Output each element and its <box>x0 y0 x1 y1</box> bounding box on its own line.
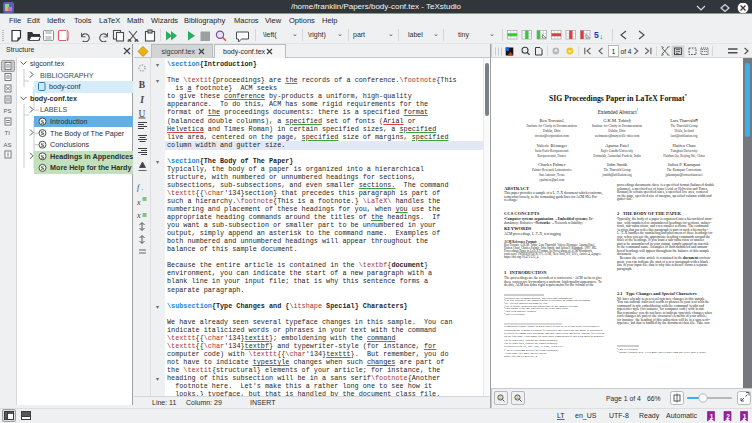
svg-text:2 THE BODY OF THE PAPER: 2 THE BODY OF THE PAPER <box>617 211 682 216</box>
svg-text:John Smith: John Smith <box>607 162 628 167</box>
svg-text:cpalmers@prl.com: cpalmers@prl.com <box>539 178 565 182</box>
svg-text:paragraph.: paragraph. <box>617 267 632 271</box>
svg-text:PS: PS <box>4 108 12 114</box>
svg-text:do this, ACM has some rigid re: do this, ACM has some rigid requirements… <box>504 283 594 288</box>
svg-text:https://doi.org/10.475/123_4: https://doi.org/10.475/123_4 <box>504 354 538 358</box>
svg-text:Doimukh, Arunachal Pradesh, In: Doimukh, Arunachal Pradesh, India <box>593 154 641 159</box>
svg-text:A: A <box>516 396 519 401</box>
svg-text:The Thørväld Group: The Thørväld Group <box>670 124 698 128</box>
svg-text:Haidian Qu, Beijing Shi, China: Haidian Qu, Beijing Shi, China <box>663 154 705 159</box>
svg-text:webmaster@marysville-ohio.com: webmaster@marysville-ohio.com <box>595 134 640 138</box>
svg-text:1 INTRODUCTION: 1 INTRODUCTION <box>504 270 547 275</box>
svg-text:Julius P. Kumquat: Julius P. Kumquat <box>668 162 701 167</box>
svg-text:ACM proceedings, LATEX, text t: ACM proceedings, LATEX, text tagging <box>504 232 561 237</box>
svg-text:ABSTRACT: ABSTRACT <box>504 186 529 191</box>
svg-text:Charles Palmer: Charles Palmer <box>538 162 566 167</box>
svg-text:⁷This is a footnote: ⁷This is a footnote <box>504 312 526 316</box>
svg-text:Ready: Ready <box>639 412 660 420</box>
svg-text:I: I <box>139 95 144 105</box>
svg-text:Automatic: Automatic <box>666 412 698 419</box>
svg-text:5: 5 <box>594 30 599 40</box>
svg-text:66%: 66% <box>647 395 661 402</box>
svg-text:1: 1 <box>612 48 616 55</box>
svg-text:G.K.M. Tobin§: G.K.M. Tobin§ <box>603 118 631 123</box>
svg-text:trovato@corporation.com: trovato@corporation.com <box>535 134 570 138</box>
svg-text:For all other uses, contact th: For all other uses, contact the owner/au… <box>504 341 558 345</box>
svg-text:Rocquencourt, France: Rocquencourt, France <box>537 154 567 159</box>
svg-text:Palmer Research Laboratories: Palmer Research Laboratories <box>532 168 572 172</box>
svg-text:f: f <box>137 183 141 192</box>
svg-text:https://doi.org/10.475/123_4: https://doi.org/10.475/123_4 <box>504 255 539 259</box>
svg-text:dundancy; Robotics; •Networks: dundancy; Robotics; •Networks →Network r… <box>504 221 583 225</box>
svg-text:UTF-8: UTF-8 <box>609 412 629 419</box>
svg-text:Page 1 of 4: Page 1 of 4 <box>606 395 641 403</box>
svg-text:↓: ↓ <box>600 33 604 40</box>
svg-text:Lars Thørväld¶: Lars Thørväld¶ <box>670 118 698 123</box>
svg-text:The Thørväld Group: The Thørväld Group <box>603 168 631 172</box>
svg-text:Inria-Paris-Rocquencourt: Inria-Paris-Rocquencourt <box>535 149 569 153</box>
svg-text:CCS CONCEPTS: CCS CONCEPTS <box>504 211 540 216</box>
svg-text:1: 1 <box>743 413 747 420</box>
svg-text:TI: TI <box>5 130 11 136</box>
svg-text:larst@affiliation.org: larst@affiliation.org <box>671 134 698 138</box>
svg-text:gutter size.: gutter size. <box>617 197 633 201</box>
svg-text:The Kumquat Consortium: The Kumquat Consortium <box>667 168 702 172</box>
svg-text:Valerie Béranger: Valerie Béranger <box>537 143 568 148</box>
svg-text:A: A <box>499 396 502 401</box>
svg-text:B: B <box>139 80 146 90</box>
svg-text:U: U <box>139 109 146 119</box>
svg-text:jpkumquat@consortium.net: jpkumquat@consortium.net <box>665 173 703 177</box>
svg-text:Ben Trovato‡: Ben Trovato‡ <box>539 118 564 123</box>
svg-text:LT: LT <box>557 412 565 419</box>
svg-text:.: . <box>142 185 144 191</box>
svg-text:Institute for Clarity in Docum: Institute for Clarity in Documentation <box>527 124 577 128</box>
svg-text:of 4: of 4 <box>621 48 632 55</box>
svg-text:x: x <box>136 198 141 207</box>
svg-text:en_US: en_US <box>575 412 597 420</box>
svg-text:1: 1 <box>710 413 714 420</box>
svg-text:2.1 Type Changes and Special: 2.1 Type Changes and Special Characters <box>617 291 697 296</box>
svg-text:Tsinghua University: Tsinghua University <box>671 149 698 153</box>
svg-text:jsmith@affiliation.org: jsmith@affiliation.org <box>601 173 632 177</box>
svg-text:Aparna Patel: Aparna Patel <box>605 143 629 148</box>
svg-text:x: x <box>136 211 141 220</box>
svg-text:⁴Another footnote here. Let’s: ⁴Another footnote here. Let’s make this … <box>617 350 706 354</box>
svg-text:ceedings.¹: ceedings.¹ <box>504 198 518 202</box>
svg-text:typeface, but that is handled: typeface, but that is handled by the doc… <box>617 321 711 326</box>
svg-text:2: 2 <box>726 413 730 420</box>
svg-text:Rajiv Gandhi University: Rajiv Gandhi University <box>601 149 634 153</box>
svg-text:KEYWORDS: KEYWORDS <box>504 226 532 231</box>
svg-text:Huifen Chan: Huifen Chan <box>672 143 696 148</box>
svg-text:Institute for Clarity in Docum: Institute for Clarity in Documentation <box>592 124 642 128</box>
svg-text:AS: AS <box>4 142 12 148</box>
